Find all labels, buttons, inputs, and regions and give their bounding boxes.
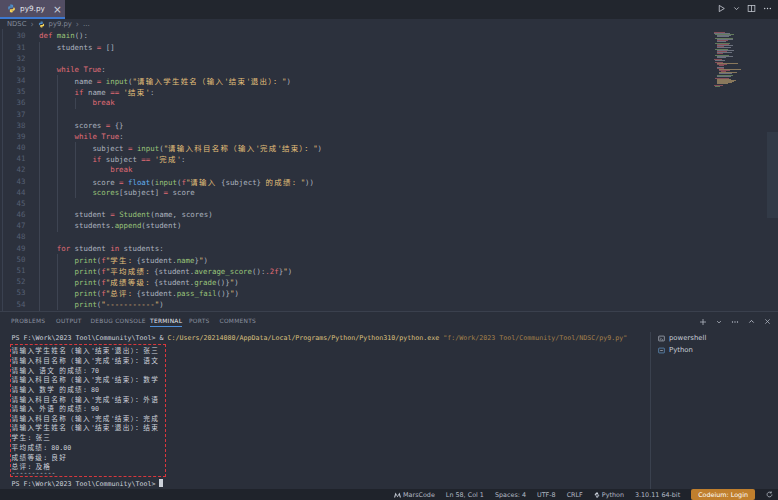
editor-actions <box>717 0 772 17</box>
vscode-window: py9.py × NDSC›py9.py›… 30313233343536373… <box>0 0 778 500</box>
terminal-list: powershell Python <box>658 332 706 356</box>
term-python[interactable]: Python <box>658 344 706 356</box>
term-powershell[interactable]: powershell <box>658 332 706 344</box>
panel: PROBLEMS OUTPUT DEBUG CONSOLE TERMINAL P… <box>0 311 778 489</box>
run-button[interactable] <box>717 4 726 13</box>
scrollbar <box>767 132 778 218</box>
codeium-login[interactable]: Codeium: Login <box>691 489 755 500</box>
terminal: PS F:\Work\2023 Tool\Community\Tool> & C… <box>0 1 652 500</box>
annotation-box <box>10 344 166 477</box>
status-bar: MarsCode Ln 58, Col 1 Spaces: 4 UTF-8 CR… <box>0 489 778 500</box>
panel-actions <box>699 312 771 331</box>
